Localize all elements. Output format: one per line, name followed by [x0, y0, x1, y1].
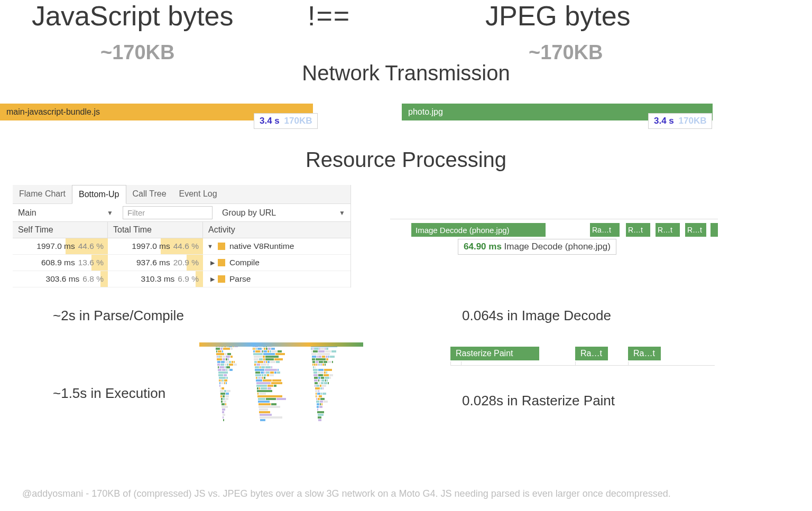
footer-credit: @addyosmani - 170KB of (compressed) JS v… — [22, 488, 801, 499]
devtools-panel: Flame Chart Bottom-Up Call Tree Event Lo… — [13, 185, 351, 287]
column-headers: Self Time Total Time Activity — [13, 222, 350, 238]
section-resource: Resource Processing — [0, 148, 812, 172]
thread-select[interactable]: Main ▼ — [13, 205, 118, 221]
decode-bar-small: R…t — [685, 223, 706, 237]
tab-bottomup[interactable]: Bottom-Up — [72, 185, 126, 204]
jpeg-network-badge: 3.4 s 170KB — [648, 113, 712, 129]
category-swatch-icon — [218, 275, 225, 283]
summary-execution: ~1.5s in Execution — [53, 385, 165, 402]
table-row[interactable]: 303.6 ms6.8 %310.3 ms6.9 % ▶Parse — [13, 271, 350, 287]
flame-chart — [199, 342, 363, 422]
jpeg-size: 170KB — [679, 116, 707, 126]
section-network: Network Transmission — [0, 61, 812, 85]
raster-bar-small: Ra…t — [628, 347, 661, 360]
decode-bar-small: R…t — [656, 223, 680, 237]
js-time: 3.4 s — [260, 116, 280, 126]
js-size-label: ~170KB — [100, 41, 174, 64]
expand-icon[interactable]: ▶ — [207, 259, 214, 266]
expand-icon[interactable]: ▶ — [207, 276, 214, 283]
decode-bar-small: R…t — [626, 223, 650, 237]
table-row[interactable]: 608.9 ms13.6 %937.6 ms20.9 % ▶Compile — [13, 255, 350, 271]
decode-bar-main: Image Decode (phone.jpg) — [411, 223, 546, 237]
raster-bar-main: Rasterize Paint — [450, 347, 539, 360]
filter-input[interactable]: Filter — [123, 206, 213, 219]
tab-eventlog[interactable]: Event Log — [173, 185, 224, 203]
decode-tooltip-ms: 64.90 ms — [464, 241, 502, 252]
table-row[interactable]: 1997.0 ms44.6 %1997.0 ms44.6 %▼native V8… — [13, 238, 350, 255]
decode-bar-small — [710, 223, 718, 237]
tab-calltree[interactable]: Call Tree — [126, 185, 173, 203]
raster-bar-small: Ra…t — [575, 347, 608, 360]
heading-jpeg: JPEG bytes — [485, 0, 631, 32]
group-select[interactable]: Group by URL ▼ — [217, 205, 350, 221]
jpeg-size-label: ~170KB — [529, 41, 603, 64]
category-swatch-icon — [218, 243, 225, 250]
expand-icon[interactable]: ▼ — [207, 243, 214, 249]
col-self[interactable]: Self Time — [13, 222, 108, 238]
devtools-tabs: Flame Chart Bottom-Up Call Tree Event Lo… — [13, 185, 350, 204]
js-network-badge: 3.4 s 170KB — [254, 113, 318, 129]
js-size: 170KB — [284, 116, 312, 126]
category-swatch-icon — [218, 259, 225, 266]
decode-bar-small: Ra…t — [590, 223, 620, 237]
rasterize-trace: Rasterize Paint Ra…t Ra…t — [450, 346, 715, 372]
image-decode-trace: Image Decode (phone.jpg) Ra…t R…t R…t R…… — [390, 219, 718, 266]
thread-select-label: Main — [18, 208, 36, 218]
summary-raster: 0.028s in Rasterize Paint — [462, 393, 615, 409]
jpeg-time: 3.4 s — [654, 116, 674, 126]
decode-tooltip: 64.90 ms Image Decode (phone.jpg) — [458, 239, 616, 255]
col-total[interactable]: Total Time — [108, 222, 203, 238]
summary-parse-compile: ~2s in Parse/Compile — [53, 308, 184, 324]
chevron-down-icon: ▼ — [107, 209, 113, 217]
decode-tooltip-lbl: Image Decode (phone.jpg) — [504, 241, 611, 252]
heading-js: JavaScript bytes — [32, 0, 234, 32]
heading-neq: !== — [308, 0, 350, 32]
chevron-down-icon: ▼ — [339, 209, 345, 217]
tab-flame[interactable]: Flame Chart — [13, 185, 72, 203]
col-activity[interactable]: Activity — [203, 222, 350, 238]
summary-image-decode: 0.064s in Image Decode — [462, 308, 611, 324]
group-select-label: Group by URL — [222, 208, 276, 218]
